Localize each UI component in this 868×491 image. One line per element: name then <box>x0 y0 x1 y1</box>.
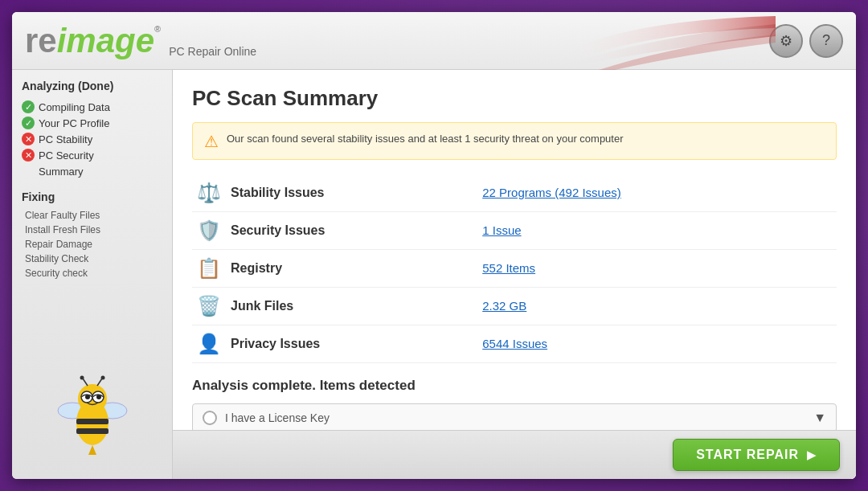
logo-image: image <box>57 22 154 59</box>
start-repair-button[interactable]: START REPAIR ▶ <box>673 439 840 471</box>
table-row-junk: 🗑️ Junk Files 2.32 GB <box>192 288 837 325</box>
sidebar-content: Analyzing (Done) ✓ Compiling Data ✓ Your… <box>12 80 172 280</box>
header: reimage® PC Repair Online <box>12 12 856 70</box>
header-icons: ⚙ ? <box>769 24 843 58</box>
logo-re: re <box>25 22 57 59</box>
start-repair-label: START REPAIR <box>696 448 799 462</box>
junk-icon: 🗑️ <box>192 288 226 325</box>
sidebar-label-profile: Your PC Profile <box>39 117 109 129</box>
fixing-title: Fixing <box>22 190 162 203</box>
check-security-icon: ✕ <box>22 149 35 162</box>
alert-icon: ⚠ <box>204 132 219 151</box>
alert-text: Our scan found several stability issues … <box>227 131 624 147</box>
sidebar-item-summary[interactable]: Summary <box>22 163 162 179</box>
privacy-label: Privacy Issues <box>226 325 477 363</box>
junk-label: Junk Files <box>226 288 477 325</box>
play-icon: ▶ <box>807 448 817 461</box>
logo-registered: ® <box>154 24 161 34</box>
svg-point-13 <box>100 376 104 380</box>
logo-subtitle: PC Repair Online <box>169 45 256 58</box>
sidebar-item-compiling[interactable]: ✓ Compiling Data <box>22 99 162 115</box>
header-swoosh <box>551 12 776 70</box>
stability-value[interactable]: 22 Programs (492 Issues) <box>482 186 621 199</box>
sidebar-item-stability[interactable]: ✕ PC Stability <box>22 131 162 147</box>
table-row-registry: 📋 Registry 552 Items <box>192 250 837 288</box>
main-content: PC Scan Summary ⚠ Our scan found several… <box>173 70 856 479</box>
table-row-security: 🛡️ Security Issues 1 Issue <box>192 212 837 250</box>
security-value[interactable]: 1 Issue <box>482 223 521 237</box>
stability-label: Stability Issues <box>226 174 477 212</box>
sidebar-label-security: PC Security <box>39 149 94 162</box>
svg-point-11 <box>80 376 84 380</box>
svg-marker-14 <box>88 445 96 455</box>
fix-item-stability-check[interactable]: Stability Check <box>22 252 162 266</box>
bee-mascot <box>52 374 133 463</box>
footer-bar: START REPAIR ▶ <box>173 430 856 479</box>
license-bar[interactable]: I have a License Key ▼ <box>192 403 837 430</box>
sidebar-label-summary: Summary <box>39 166 84 178</box>
registry-value[interactable]: 552 Items <box>482 261 535 275</box>
body: Analyzing (Done) ✓ Compiling Data ✓ Your… <box>12 70 856 479</box>
fix-item-clear[interactable]: Clear Faulty Files <box>22 208 162 223</box>
mascot-area <box>12 368 172 469</box>
page-title: PC Scan Summary <box>192 86 837 111</box>
analyzing-title: Analyzing (Done) <box>22 80 162 92</box>
svg-line-10 <box>83 378 88 386</box>
sidebar: Analyzing (Done) ✓ Compiling Data ✓ Your… <box>12 70 173 479</box>
sidebar-label-compiling: Compiling Data <box>39 101 110 113</box>
table-row-privacy: 👤 Privacy Issues 6544 Issues <box>192 325 837 363</box>
svg-rect-4 <box>76 428 108 434</box>
privacy-icon: 👤 <box>192 325 226 363</box>
table-row-stability: ⚖️ Stability Issues 22 Programs (492 Iss… <box>192 174 837 212</box>
fix-item-repair[interactable]: Repair Damage <box>22 237 162 252</box>
sidebar-label-stability: PC Stability <box>39 133 92 145</box>
issues-table: ⚖️ Stability Issues 22 Programs (492 Iss… <box>192 174 837 363</box>
check-compiling-icon: ✓ <box>22 100 35 113</box>
sidebar-item-security[interactable]: ✕ PC Security <box>22 147 162 163</box>
help-icon: ? <box>822 32 830 49</box>
privacy-value[interactable]: 6544 Issues <box>482 337 547 350</box>
check-profile-icon: ✓ <box>22 117 35 129</box>
junk-value[interactable]: 2.32 GB <box>482 299 526 313</box>
tools-icon: ⚙ <box>780 32 792 50</box>
alert-box: ⚠ Our scan found several stability issue… <box>192 122 837 160</box>
registry-label: Registry <box>226 250 477 288</box>
help-button[interactable]: ? <box>809 24 843 58</box>
fix-item-install[interactable]: Install Fresh Files <box>22 223 162 237</box>
analysis-complete: Analysis complete. Items detected <box>192 378 837 394</box>
logo: reimage® <box>25 24 161 58</box>
fix-item-security-check[interactable]: Security check <box>22 266 162 280</box>
check-stability-icon: ✕ <box>22 133 35 145</box>
license-dropdown-arrow[interactable]: ▼ <box>813 411 826 425</box>
app-window: reimage® PC Repair Online <box>12 12 856 479</box>
logo-area: reimage® PC Repair Online <box>25 24 256 58</box>
main-inner: PC Scan Summary ⚠ Our scan found several… <box>173 70 856 430</box>
svg-rect-3 <box>76 419 108 424</box>
stability-icon: ⚖️ <box>192 174 226 212</box>
registry-icon: 📋 <box>192 250 226 288</box>
security-issue-icon: 🛡️ <box>192 212 226 250</box>
license-radio[interactable] <box>203 411 217 425</box>
svg-line-12 <box>97 378 102 386</box>
license-text: I have a License Key <box>225 411 805 424</box>
check-summary-icon <box>22 165 35 178</box>
sidebar-item-profile[interactable]: ✓ Your PC Profile <box>22 115 162 131</box>
security-label: Security Issues <box>226 212 477 250</box>
